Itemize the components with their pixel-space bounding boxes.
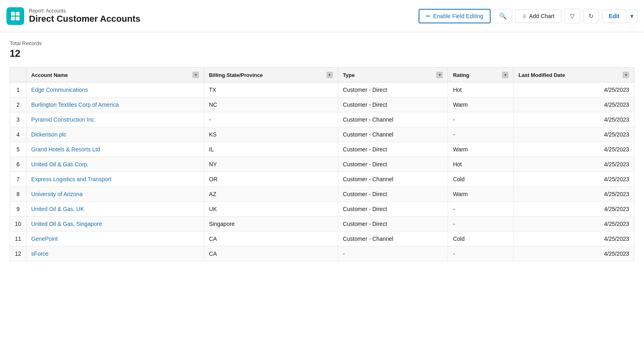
table-row: 7 Express Logistics and Transport OR Cus… [10,172,634,187]
account-link-4[interactable]: Dickenson plc [31,131,66,138]
last-modified-cell-11: 4/25/2023 [514,232,634,246]
row-num-9: 9 [10,202,27,217]
row-num-4: 4 [10,127,27,142]
billing-state-cell-5: IL [204,142,338,157]
account-link-1[interactable]: Edge Communications [31,87,88,93]
last-modified-cell-9: 4/25/2023 [514,202,634,217]
sort-billing-state-icon[interactable]: ▾ [326,72,333,78]
row-num-12: 12 [10,246,27,261]
billing-state-cell-6: NY [204,157,338,172]
sort-last-modified-icon[interactable]: ▾ [623,72,629,78]
sort-rating-icon[interactable]: ▾ [502,72,508,78]
type-cell-7: Customer - Channel [338,172,448,187]
row-num-6: 6 [10,157,27,172]
table-body: 1 Edge Communications TX Customer - Dire… [10,83,634,261]
search-icon: 🔍 [499,12,507,20]
row-num-11: 11 [10,232,27,246]
table-row: 8 University of Arizona AZ Customer - Di… [10,187,634,202]
table-row: 1 Edge Communications TX Customer - Dire… [10,83,634,97]
account-name-cell-3: Pyramid Construction Inc. [26,112,204,127]
account-link-2[interactable]: Burlington Textiles Corp of America [31,101,119,108]
last-modified-cell-3: 4/25/2023 [514,112,634,127]
table-row: 5 Grand Hotels & Resorts Ltd IL Customer… [10,142,634,157]
type-cell-4: Customer - Channel [338,127,448,142]
filter-button[interactable]: ▽ [565,9,580,23]
col-header-account-name: Account Name ▾ [26,68,204,83]
chevron-down-icon: ▾ [630,13,633,19]
billing-state-cell-3: - [204,112,338,127]
account-link-9[interactable]: United Oil & Gas, UK [31,206,85,212]
pencil-icon: ✏ [426,13,431,19]
account-name-cell-9: United Oil & Gas, UK [26,202,204,217]
account-link-3[interactable]: Pyramid Construction Inc. [31,116,96,123]
last-modified-cell-6: 4/25/2023 [514,157,634,172]
account-link-8[interactable]: University of Arizona [31,191,83,197]
col-header-last-modified: Last Modified Date ▾ [514,68,634,83]
account-link-11[interactable]: GenePoint [31,236,58,242]
svg-rect-3 [16,17,19,20]
billing-state-cell-1: TX [204,83,338,97]
account-name-cell-2: Burlington Textiles Corp of America [26,97,204,112]
refresh-icon: ↻ [588,12,594,20]
rating-cell-11: Cold [448,232,514,246]
billing-state-cell-12: CA [204,246,338,261]
account-name-cell-6: United Oil & Gas Corp. [26,157,204,172]
header-left: Report: Accounts Direct Customer Account… [6,7,140,25]
search-button[interactable]: 🔍 [494,9,512,23]
report-title: Direct Customer Accounts [29,14,140,24]
account-link-6[interactable]: United Oil & Gas Corp. [31,161,89,168]
account-name-cell-8: University of Arizona [26,187,204,202]
svg-rect-0 [11,12,15,15]
table-row: 12 sForce CA - - 4/25/2023 [10,246,634,261]
type-cell-2: Customer - Direct [338,97,448,112]
last-modified-cell-5: 4/25/2023 [514,142,634,157]
enable-field-editing-button[interactable]: ✏ Enable Field Editing [419,9,491,23]
type-cell-1: Customer - Direct [338,83,448,97]
rating-cell-12: - [448,246,514,261]
header-actions: ✏ Enable Field Editing 🔍 ⊕ Add Chart ▽ ↻… [419,9,638,23]
col-header-row-num [10,68,27,83]
billing-state-cell-2: NC [204,97,338,112]
table-row: 10 United Oil & Gas, Singapore Singapore… [10,217,634,232]
add-chart-icon: ⊕ [522,13,527,19]
rating-cell-1: Hot [448,83,514,97]
type-cell-8: Customer - Direct [338,187,448,202]
app-header: Report: Accounts Direct Customer Account… [0,0,644,32]
rating-cell-4: - [448,127,514,142]
last-modified-cell-8: 4/25/2023 [514,187,634,202]
table-row: 4 Dickenson plc KS Customer - Channel - … [10,127,634,142]
account-name-cell-5: Grand Hotels & Resorts Ltd [26,142,204,157]
table-row: 2 Burlington Textiles Corp of America NC… [10,97,634,112]
filter-icon: ▽ [570,12,575,20]
table-row: 6 United Oil & Gas Corp. NY Customer - D… [10,157,634,172]
last-modified-cell-4: 4/25/2023 [514,127,634,142]
report-label: Report: Accounts [29,8,140,14]
account-link-12[interactable]: sForce [31,250,49,257]
row-num-2: 2 [10,97,27,112]
type-cell-5: Customer - Direct [338,142,448,157]
last-modified-cell-10: 4/25/2023 [514,217,634,232]
sort-account-name-icon[interactable]: ▾ [192,72,199,78]
rating-cell-5: Warm [448,142,514,157]
type-cell-3: Customer - Channel [338,112,448,127]
account-name-cell-11: GenePoint [26,232,204,246]
col-header-rating: Rating ▾ [448,68,514,83]
col-header-type: Type ▾ [338,68,448,83]
edit-button[interactable]: Edit [602,9,626,23]
account-link-7[interactable]: Express Logistics and Transport [31,176,111,182]
billing-state-cell-9: UK [204,202,338,217]
account-name-cell-7: Express Logistics and Transport [26,172,204,187]
last-modified-cell-7: 4/25/2023 [514,172,634,187]
table-row: 9 United Oil & Gas, UK UK Customer - Dir… [10,202,634,217]
billing-state-cell-7: OR [204,172,338,187]
account-link-5[interactable]: Grand Hotels & Resorts Ltd [31,146,100,153]
account-link-10[interactable]: United Oil & Gas, Singapore [31,221,102,227]
sort-type-icon[interactable]: ▾ [436,72,443,78]
refresh-button[interactable]: ↻ [583,9,599,23]
account-name-cell-1: Edge Communications [26,83,204,97]
add-chart-button[interactable]: ⊕ Add Chart [515,9,561,23]
last-modified-cell-12: 4/25/2023 [514,246,634,261]
svg-rect-1 [16,12,19,15]
account-name-cell-12: sForce [26,246,204,261]
edit-dropdown-button[interactable]: ▾ [626,9,638,23]
